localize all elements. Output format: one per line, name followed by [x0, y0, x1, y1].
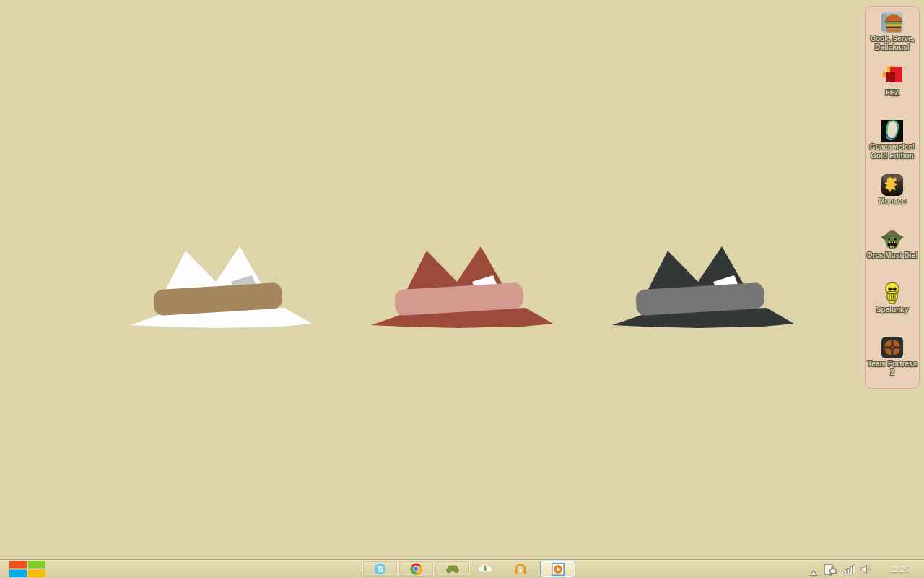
guacamelee-icon [881, 119, 904, 142]
svg-text:S: S [378, 565, 383, 574]
shortcut-label: Gold Edition [866, 152, 919, 160]
chrome-icon [410, 563, 422, 575]
shortcut-orcs-must-die[interactable]: Orcs Must Die! [866, 228, 919, 280]
fez-icon [881, 65, 904, 88]
wallpaper-hat-maroon [370, 244, 555, 329]
tray-power-plug[interactable] [824, 563, 837, 578]
shortcut-label: Orcs Must Die! [866, 251, 919, 260]
taskbar-button-skype[interactable]: S [362, 561, 398, 577]
start-square-red [9, 561, 27, 569]
shortcut-label: Guacamelee! [866, 143, 919, 152]
shortcut-monaco[interactable]: Monaco [866, 173, 919, 225]
chevron-up-icon [809, 570, 818, 577]
shortcut-label: Monaco [866, 197, 919, 206]
taskbar-button-chrome[interactable] [398, 561, 434, 577]
signal-bars-icon [842, 564, 856, 574]
start-button[interactable] [9, 561, 46, 577]
shortcut-label: Cook, Serve, [866, 35, 919, 43]
team-fortress-2-icon [881, 336, 904, 359]
headphones-icon [514, 563, 527, 574]
shortcut-label: FEZ [866, 89, 919, 98]
wallpaper-hat-charcoal [611, 244, 796, 329]
plug-icon [824, 563, 837, 577]
game-controller-icon [445, 564, 460, 574]
tray-network-signal[interactable] [842, 564, 856, 577]
taskbar-button-game-controller[interactable] [435, 561, 470, 577]
game-shortcuts-panel: Cook, Serve, Delicious! FEZ Guacamelee! … [865, 6, 920, 389]
taskbar-icon-cloud-download[interactable] [478, 562, 492, 577]
tray-chevron-up[interactable] [809, 566, 818, 578]
start-square-green [28, 561, 45, 569]
taskbar-button-media-player[interactable] [540, 561, 575, 577]
tray-volume[interactable] [860, 564, 873, 577]
shortcut-guacamelee[interactable]: Guacamelee! Gold Edition [866, 119, 919, 171]
orcs-must-die-icon [881, 228, 904, 251]
tray-clock[interactable]: 11:25 [882, 560, 917, 578]
shortcut-label: Delicious! [866, 43, 919, 52]
skype-icon: S [374, 563, 386, 575]
shortcut-spelunky[interactable]: Spelunky [866, 282, 919, 334]
shortcut-cook-serve-delicious[interactable]: Cook, Serve, Delicious! [866, 11, 919, 63]
taskbar-icon-headphones[interactable] [514, 563, 528, 577]
shortcut-label: Spelunky [866, 306, 919, 314]
monaco-icon [881, 173, 904, 197]
wallpaper-hat-white [129, 244, 314, 329]
speaker-icon [860, 564, 873, 574]
shortcut-label: Team Fortress [866, 360, 919, 368]
start-square-blue [9, 570, 27, 578]
shortcut-fez[interactable]: FEZ [866, 65, 919, 117]
taskbar: S [0, 559, 924, 578]
spelunky-icon [881, 282, 904, 305]
cook-serve-delicious-icon [881, 11, 904, 34]
media-player-icon [552, 563, 565, 576]
shortcut-team-fortress-2[interactable]: Team Fortress 2 [866, 336, 919, 388]
shortcut-label: 2 [866, 368, 919, 377]
cloud-download-icon [478, 562, 492, 574]
start-square-yellow [28, 570, 45, 578]
